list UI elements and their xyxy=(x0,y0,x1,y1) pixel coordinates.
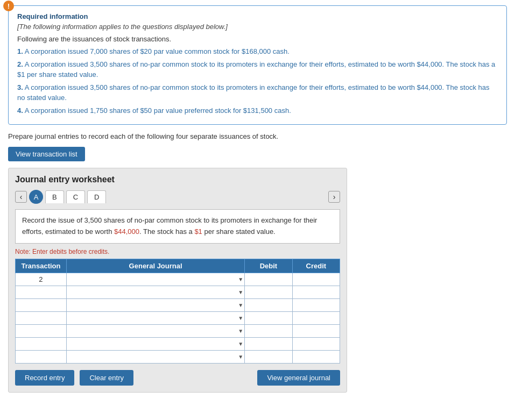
list-text: A corporation issued 3,500 shares of no-… xyxy=(17,60,495,79)
credit-input[interactable] xyxy=(293,312,340,324)
credit-cell[interactable] xyxy=(292,273,340,286)
note-text: Note: Enter debits before credits. xyxy=(15,248,340,255)
credit-input[interactable] xyxy=(293,351,340,363)
debit-input[interactable] xyxy=(245,273,292,286)
debit-cell[interactable] xyxy=(245,298,292,311)
col-debit: Debit xyxy=(245,259,292,273)
debit-cell[interactable] xyxy=(245,324,292,337)
tx-cell xyxy=(16,337,67,350)
info-subtitle: [The following information applies to th… xyxy=(17,23,498,31)
tab-a[interactable]: A xyxy=(29,190,43,204)
credit-input[interactable] xyxy=(293,338,340,350)
debit-cell[interactable] xyxy=(245,273,292,286)
debit-input[interactable] xyxy=(245,312,292,324)
list-num: 2. xyxy=(17,60,23,68)
gj-input[interactable] xyxy=(67,273,244,286)
list-item: 4. A corporation issued 1,750 shares of … xyxy=(17,105,498,116)
list-item: 1. A corporation issued 7,000 shares of … xyxy=(17,46,498,57)
gj-input[interactable] xyxy=(67,299,244,311)
credit-cell[interactable] xyxy=(292,324,340,337)
tx-cell xyxy=(16,324,67,337)
credit-cell[interactable] xyxy=(292,286,340,298)
gj-cell[interactable]: ▼ xyxy=(66,273,244,286)
tab-prev-arrow[interactable]: ‹ xyxy=(15,191,27,203)
description-box: Record the issue of 3,500 shares of no-p… xyxy=(15,209,340,244)
col-credit: Credit xyxy=(292,259,340,273)
info-icon: ! xyxy=(3,1,14,11)
bottom-buttons: Record entry Clear entry View general jo… xyxy=(15,370,340,386)
info-intro: Following are the issuances of stock tra… xyxy=(17,35,498,43)
tab-b[interactable]: B xyxy=(45,190,64,203)
tabs-row: ‹ A B C D › xyxy=(15,190,340,204)
credit-cell[interactable] xyxy=(292,311,340,324)
list-text: A corporation issued 7,000 shares of $20… xyxy=(25,47,290,55)
list-text: A corporation issued 1,750 shares of $50… xyxy=(25,106,291,115)
debit-cell[interactable] xyxy=(245,350,292,363)
gj-cell[interactable]: ▼ xyxy=(66,337,244,350)
gj-cell[interactable]: ▼ xyxy=(66,324,244,337)
view-general-journal-button[interactable]: View general journal xyxy=(257,370,340,386)
journal-entry-worksheet: Journal entry worksheet ‹ A B C D › Reco… xyxy=(8,168,347,393)
debit-cell[interactable] xyxy=(245,311,292,324)
tab-c[interactable]: C xyxy=(66,190,85,203)
debit-input[interactable] xyxy=(245,351,292,363)
list-num: 3. xyxy=(17,83,23,91)
credit-cell[interactable] xyxy=(292,350,340,363)
list-item: 3. A corporation issued 3,500 shares of … xyxy=(17,82,498,103)
list-num: 4. xyxy=(17,106,23,115)
tab-next-arrow[interactable]: › xyxy=(328,191,340,203)
info-list: 1. A corporation issued 7,000 shares of … xyxy=(17,46,498,116)
gj-input[interactable] xyxy=(67,338,244,350)
tx-cell: 2 xyxy=(16,273,67,286)
credit-cell[interactable] xyxy=(292,298,340,311)
gj-input[interactable] xyxy=(67,312,244,324)
prepare-text: Prepare journal entries to record each o… xyxy=(8,132,507,140)
gj-cell[interactable]: ▼ xyxy=(66,298,244,311)
debit-input[interactable] xyxy=(245,299,292,311)
credit-input[interactable] xyxy=(293,286,340,298)
debit-cell[interactable] xyxy=(245,286,292,298)
table-row: ▼ xyxy=(16,350,340,363)
table-row: ▼ xyxy=(16,298,340,311)
required-title: Required information xyxy=(17,12,498,20)
clear-entry-button[interactable]: Clear entry xyxy=(80,370,133,386)
view-transaction-container: View transaction list xyxy=(8,147,507,161)
list-num: 1. xyxy=(17,47,23,55)
gj-cell[interactable]: ▼ xyxy=(66,286,244,298)
table-row: 2 ▼ xyxy=(16,273,340,286)
tx-cell xyxy=(16,286,67,298)
table-row: ▼ xyxy=(16,324,340,337)
col-transaction: Transaction xyxy=(16,259,67,273)
worksheet-title: Journal entry worksheet xyxy=(15,175,340,184)
table-row: ▼ xyxy=(16,337,340,350)
credit-input[interactable] xyxy=(293,299,340,311)
tx-cell xyxy=(16,311,67,324)
info-box: ! Required information [The following in… xyxy=(8,5,507,125)
credit-input[interactable] xyxy=(293,325,340,337)
description-text: Record the issue of 3,500 shares of no-p… xyxy=(22,216,317,236)
gj-input[interactable] xyxy=(67,286,244,298)
gj-cell[interactable]: ▼ xyxy=(66,350,244,363)
debit-input[interactable] xyxy=(245,338,292,350)
view-transaction-button[interactable]: View transaction list xyxy=(8,147,85,161)
gj-input[interactable] xyxy=(67,351,244,363)
col-general-journal: General Journal xyxy=(66,259,244,273)
tx-cell xyxy=(16,350,67,363)
debit-input[interactable] xyxy=(245,286,292,298)
gj-cell[interactable]: ▼ xyxy=(66,311,244,324)
table-row: ▼ xyxy=(16,311,340,324)
list-item: 2. A corporation issued 3,500 shares of … xyxy=(17,59,498,80)
list-text: A corporation issued 3,500 shares of no-… xyxy=(17,83,490,102)
credit-cell[interactable] xyxy=(292,337,340,350)
gj-input[interactable] xyxy=(67,325,244,337)
tx-cell xyxy=(16,298,67,311)
credit-input[interactable] xyxy=(293,273,340,286)
table-row: ▼ xyxy=(16,286,340,298)
journal-table: Transaction General Journal Debit Credit… xyxy=(15,259,340,364)
tab-d[interactable]: D xyxy=(87,190,106,203)
record-entry-button[interactable]: Record entry xyxy=(15,370,74,386)
debit-cell[interactable] xyxy=(245,337,292,350)
debit-input[interactable] xyxy=(245,325,292,337)
